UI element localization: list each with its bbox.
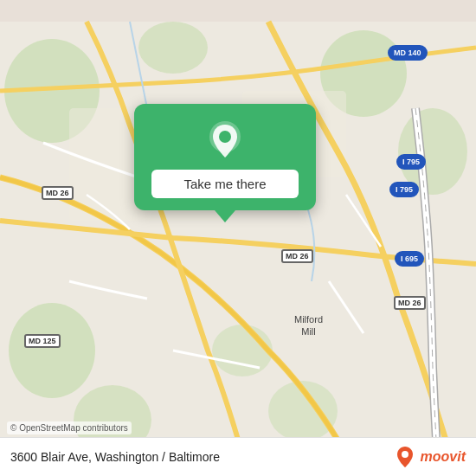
shield-md125: MD 125	[24, 334, 61, 348]
shield-i795-top: I 795	[396, 154, 426, 170]
shield-md26-left: MD 26	[42, 186, 74, 200]
shield-md26-right: MD 26	[394, 296, 426, 310]
map-svg	[0, 0, 476, 476]
moovit-pin-icon	[393, 445, 417, 469]
address-label: 3600 Blair Ave, Washington / Baltimore	[10, 450, 220, 464]
shield-md26-center: MD 26	[281, 249, 313, 263]
bottom-bar: 3600 Blair Ave, Washington / Baltimore m…	[0, 437, 476, 476]
location-pin-icon	[204, 119, 246, 161]
osm-attribution: © OpenStreetMap contributors	[7, 421, 132, 434]
shield-i695: I 695	[395, 251, 424, 267]
take-me-there-button[interactable]: Take me there	[151, 170, 299, 198]
map-container: MD 26 MD 140 I 795 I 795 I 695 MD 26 MD …	[0, 0, 476, 476]
svg-point-13	[402, 451, 408, 458]
popup-card: Take me there	[134, 104, 316, 210]
svg-point-5	[9, 303, 95, 398]
shield-i795-bottom: I 795	[389, 182, 419, 197]
svg-point-12	[219, 131, 231, 143]
moovit-logo: moovit	[393, 445, 466, 469]
moovit-brand-label: moovit	[421, 449, 466, 465]
milford-mill-label: MilfordMill	[294, 313, 323, 338]
svg-point-7	[212, 325, 273, 376]
svg-point-2	[138, 22, 208, 74]
shield-md140: MD 140	[388, 45, 428, 61]
